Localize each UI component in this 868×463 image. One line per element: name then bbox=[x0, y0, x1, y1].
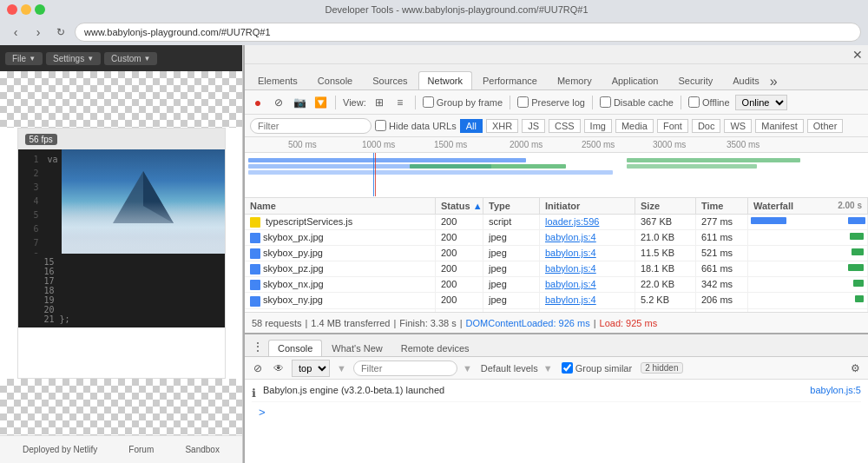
hide-data-urls-label[interactable]: Hide data URLs bbox=[375, 120, 457, 131]
console-options-button[interactable]: ⋮ bbox=[248, 337, 267, 356]
group-similar-label[interactable]: Group similar bbox=[562, 362, 632, 374]
console-body: ℹ Babylon.js engine (v3.2.0-beta.1) laun… bbox=[245, 380, 868, 463]
separator-4: | bbox=[594, 318, 596, 328]
filter-media-button[interactable]: Media bbox=[615, 119, 654, 133]
console-tabs: ⋮ Console What's New Remote devices bbox=[245, 334, 868, 357]
timeline-mark-1000: 1000 ms bbox=[362, 140, 395, 149]
filter-img-button[interactable]: Img bbox=[584, 119, 612, 133]
header-waterfall[interactable]: Waterfall 2.00 s bbox=[748, 198, 868, 214]
custom-dropdown-arrow: ▼ bbox=[144, 55, 151, 63]
filter-ws-button[interactable]: WS bbox=[724, 119, 752, 133]
tabs-overflow-button[interactable]: » bbox=[770, 74, 778, 89]
img-file-icon bbox=[250, 280, 260, 290]
devtools-close-button[interactable]: ✕ bbox=[852, 48, 863, 62]
file-button[interactable]: File ▼ bbox=[5, 52, 43, 65]
table-row[interactable]: skybox_pz.jpg 200 jpeg babylon.js:4 18.1… bbox=[245, 261, 868, 277]
tab-security[interactable]: Security bbox=[668, 71, 722, 89]
netlify-link[interactable]: Deployed by Netlify bbox=[23, 445, 97, 454]
toolbar-separator-5 bbox=[681, 96, 681, 109]
close-button[interactable] bbox=[7, 4, 17, 15]
header-type[interactable]: Type bbox=[483, 198, 540, 214]
timeline-mark-2000: 2000 ms bbox=[510, 140, 542, 149]
tab-console[interactable]: Console bbox=[308, 71, 362, 89]
img-file-icon bbox=[250, 233, 260, 243]
console-context-select[interactable]: top bbox=[292, 360, 330, 377]
timeline-mark-2500: 2500 ms bbox=[582, 140, 615, 149]
row-name: skybox_pz.jpg bbox=[245, 261, 436, 276]
row-status: 200 bbox=[436, 230, 483, 245]
remote-devices-tab[interactable]: Remote devices bbox=[392, 341, 478, 356]
throttle-select[interactable]: Online bbox=[735, 95, 787, 110]
header-time[interactable]: Time bbox=[696, 198, 748, 214]
forum-link[interactable]: Forum bbox=[128, 445, 154, 454]
group-by-frame-label[interactable]: Group by frame bbox=[423, 96, 503, 108]
tab-memory[interactable]: Memory bbox=[548, 71, 602, 89]
load-time: Load: 925 ms bbox=[600, 318, 658, 328]
header-initiator[interactable]: Initiator bbox=[540, 198, 635, 214]
preserve-log-label[interactable]: Preserve log bbox=[517, 96, 585, 108]
console-source-link[interactable]: babylon.js:5 bbox=[810, 385, 861, 395]
tab-audits[interactable]: Audits bbox=[723, 71, 769, 89]
console-tab[interactable]: Console bbox=[268, 340, 322, 356]
refresh-button[interactable]: ↻ bbox=[52, 23, 69, 41]
hide-data-urls-checkbox[interactable] bbox=[375, 120, 386, 131]
row-status: 200 bbox=[436, 261, 483, 276]
header-status[interactable]: Status ▲ bbox=[436, 198, 483, 214]
console-clear-button[interactable]: ⊘ bbox=[250, 360, 266, 376]
console-settings-button[interactable]: ⚙ bbox=[847, 360, 863, 376]
filter-manifest-button[interactable]: Manifest bbox=[755, 119, 804, 133]
filter-button[interactable]: 🔽 bbox=[312, 95, 328, 110]
tab-performance[interactable]: Performance bbox=[473, 71, 547, 89]
network-timeline: 500 ms 1000 ms 1500 ms 2000 ms 2500 ms 3… bbox=[245, 137, 868, 198]
url-input[interactable] bbox=[75, 23, 861, 42]
transferred-size: 1.4 MB transferred bbox=[311, 318, 390, 328]
filter-js-button[interactable]: JS bbox=[522, 119, 545, 133]
sandbox-link[interactable]: Sandbox bbox=[185, 445, 219, 454]
view-list-button[interactable]: ≡ bbox=[392, 95, 408, 110]
console-eye-button[interactable]: 👁 bbox=[271, 360, 286, 376]
code-strip: 1234567891011121314 va bbox=[18, 149, 225, 254]
tab-sources[interactable]: Sources bbox=[363, 71, 417, 89]
clear-button[interactable]: ⊘ bbox=[271, 95, 286, 110]
group-by-frame-checkbox[interactable] bbox=[423, 96, 434, 108]
table-row[interactable]: skybox_px.jpg 200 jpeg babylon.js:4 21.0… bbox=[245, 230, 868, 246]
filter-doc-button[interactable]: Doc bbox=[692, 119, 721, 133]
filter-all-button[interactable]: All bbox=[460, 119, 483, 133]
whats-new-tab[interactable]: What's New bbox=[323, 341, 391, 356]
header-name[interactable]: Name bbox=[245, 198, 436, 214]
filter-other-button[interactable]: Other bbox=[807, 119, 844, 133]
filter-font-button[interactable]: Font bbox=[657, 119, 688, 133]
table-row[interactable]: skybox_ny.jpg 200 jpeg babylon.js:4 5.2 … bbox=[245, 293, 868, 308]
tab-application[interactable]: Application bbox=[602, 71, 668, 89]
record-button[interactable]: ● bbox=[250, 95, 266, 110]
offline-checkbox[interactable] bbox=[688, 96, 700, 108]
custom-button[interactable]: Custom ▼ bbox=[104, 52, 157, 65]
tab-elements[interactable]: Elements bbox=[248, 71, 307, 89]
table-row[interactable]: typescriptServices.js 200 script loader.… bbox=[245, 215, 868, 230]
dom-content-loaded[interactable]: DOMContentLoaded: 926 ms bbox=[466, 318, 590, 328]
maximize-button[interactable] bbox=[35, 4, 45, 15]
table-row[interactable]: skybox_py.jpg 200 jpeg babylon.js:4 11.5… bbox=[245, 246, 868, 261]
preserve-log-checkbox[interactable] bbox=[517, 96, 529, 108]
disable-cache-label[interactable]: Disable cache bbox=[600, 96, 674, 108]
view-grid-button[interactable]: ⊞ bbox=[372, 95, 387, 110]
view-label: View: bbox=[343, 97, 366, 108]
console-filter-input[interactable] bbox=[353, 360, 457, 376]
fps-badge: 56 fps bbox=[25, 134, 57, 145]
minimize-button[interactable] bbox=[21, 4, 31, 15]
window-title: Developer Tools - www.babylonjs-playgrou… bbox=[52, 4, 861, 15]
filter-css-button[interactable]: CSS bbox=[549, 119, 581, 133]
filter-input[interactable] bbox=[250, 118, 372, 134]
disable-cache-checkbox[interactable] bbox=[600, 96, 611, 108]
settings-button[interactable]: Settings ▼ bbox=[46, 52, 101, 65]
offline-label[interactable]: Offline bbox=[688, 96, 730, 108]
tab-network[interactable]: Network bbox=[418, 71, 472, 89]
back-button[interactable]: ‹ bbox=[7, 23, 24, 41]
header-size[interactable]: Size bbox=[635, 198, 696, 214]
filter-xhr-button[interactable]: XHR bbox=[486, 119, 518, 133]
row-size: 21.0 KB bbox=[635, 230, 696, 245]
forward-button[interactable]: › bbox=[30, 23, 47, 41]
group-similar-checkbox[interactable] bbox=[562, 362, 573, 374]
camera-button[interactable]: 📷 bbox=[292, 95, 307, 110]
table-row[interactable]: skybox_nx.jpg 200 jpeg babylon.js:4 22.0… bbox=[245, 277, 868, 293]
